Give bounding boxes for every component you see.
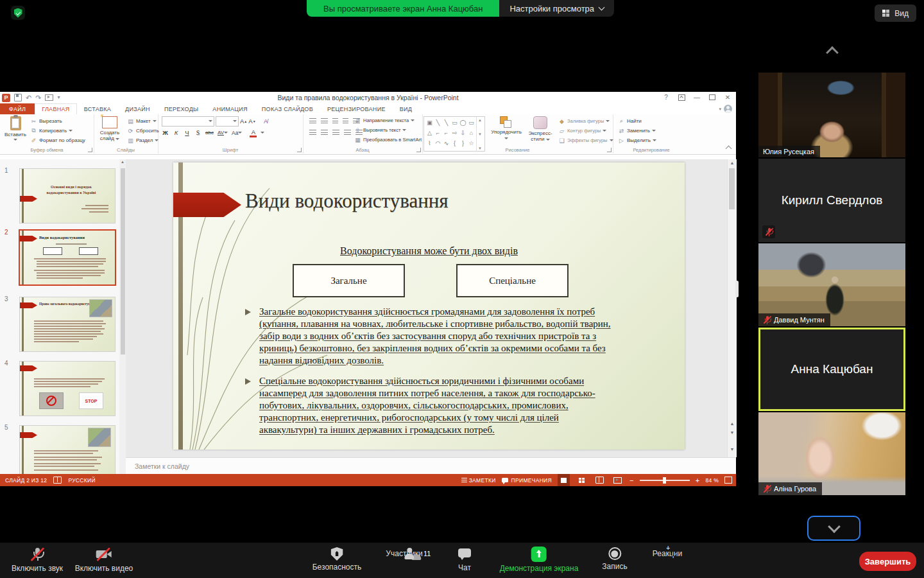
scroll-up-participants-icon[interactable] [823, 45, 841, 58]
bullet-paragraph-1[interactable]: Загальне водокористування здійснюється г… [244, 306, 615, 367]
numbering-icon[interactable] [321, 118, 328, 124]
restore-icon[interactable] [706, 92, 719, 102]
share-screen-button[interactable]: Демонстрация экрана [500, 547, 579, 572]
participant-tile[interactable]: Кирилл Свердлов [758, 159, 905, 242]
participants-button[interactable]: 11 Участники [386, 547, 422, 557]
align-left-icon[interactable] [309, 130, 316, 136]
section-button[interactable]: ▥Раздел [127, 136, 158, 144]
convert-smartart-button[interactable]: ▦Преобразовать в SmartArt [354, 136, 427, 144]
font-size-combo[interactable] [216, 116, 239, 127]
sign-in-avatar[interactable]: ▾ [719, 105, 732, 113]
increase-indent-icon[interactable] [343, 118, 348, 124]
shape-scribble-icon[interactable]: ⌇ [425, 138, 434, 148]
shape-round-rect-icon[interactable]: ▭ [467, 118, 475, 128]
shape-textbox-icon[interactable]: ▣ [425, 118, 434, 128]
slide-subtitle[interactable]: Водокористування може бути двох видів [173, 245, 685, 257]
shape-effects-button[interactable]: ❑Эффекты фигуры [558, 136, 613, 144]
shape-right-arrow-icon[interactable]: ⇨ [450, 128, 459, 138]
shape-curve-icon[interactable]: ∿ [442, 138, 450, 148]
change-case-button[interactable]: Aa [232, 129, 242, 137]
bullets-icon[interactable] [309, 118, 316, 124]
font-color-button[interactable]: А [250, 128, 257, 137]
shape-star-icon[interactable]: ☆ [467, 138, 475, 148]
spellcheck-icon[interactable] [53, 477, 62, 484]
zoom-in-button[interactable]: + [696, 477, 700, 484]
tab-slideshow[interactable]: ПОКАЗ СЛАЙДОВ [255, 103, 320, 114]
shape-line-icon[interactable]: ╲ [434, 118, 442, 128]
collapse-ribbon-icon[interactable] [726, 144, 731, 152]
view-options-dropdown[interactable]: Настройки просмотра [499, 0, 614, 17]
tab-animations[interactable]: АНИМАЦИЯ [205, 103, 255, 114]
clipboard-dialog-launcher[interactable] [88, 148, 92, 152]
tab-file[interactable]: ФАЙЛ [0, 103, 35, 114]
shape-elbow2-icon[interactable]: ⌐ [442, 128, 450, 138]
close-icon[interactable]: ✕ [721, 92, 734, 102]
slide-title[interactable]: Види водокористування [245, 189, 449, 213]
slide-thumbnail-1[interactable]: Основні види і порядок водокористування … [19, 168, 116, 223]
normal-view-button[interactable] [558, 474, 570, 486]
layout-button[interactable]: ▤Макет [127, 117, 157, 125]
scroll-down-participants-button[interactable] [807, 516, 860, 541]
shrink-font-button[interactable]: А▼ [248, 118, 255, 125]
notes-toggle[interactable]: ЗАМЕТКИ [461, 477, 496, 484]
shape-fill-button[interactable]: ◆Заливка фигуры [558, 117, 610, 125]
find-button[interactable]: ⌕Найти [618, 117, 642, 125]
shape-arrow-icon[interactable]: ╲ [442, 118, 450, 128]
text-shadow-button[interactable]: S [194, 129, 201, 137]
drawing-dialog-launcher[interactable] [607, 148, 612, 152]
shapes-scrollbar[interactable]: ▲▼▼ [476, 117, 483, 152]
start-video-button[interactable]: Включить видео [75, 547, 133, 572]
character-spacing-button[interactable]: AV [218, 129, 228, 137]
arrange-button[interactable]: Упорядочить [489, 116, 524, 141]
new-slide-button[interactable]: Создатьслайд [96, 116, 124, 141]
participant-tile-active-speaker[interactable]: Анна Кацюбан [758, 328, 905, 411]
strikethrough-button[interactable]: abc [205, 129, 214, 137]
help-icon[interactable]: ? [660, 92, 672, 102]
shape-oval-icon[interactable]: ◯ [459, 118, 467, 128]
slide-canvas[interactable]: Види водокористування Водокористування м… [173, 162, 685, 450]
justify-icon[interactable] [344, 130, 351, 136]
zoom-level[interactable]: 84 % [705, 477, 719, 484]
slide-thumbnail-4[interactable]: STOP [19, 361, 116, 416]
redo-icon[interactable]: ↷ [35, 94, 41, 101]
shape-arc-icon[interactable]: ◠ [434, 138, 442, 148]
ribbon-display-options-icon[interactable] [675, 92, 688, 102]
reactions-button[interactable]: + Реакции [653, 547, 682, 557]
reset-button[interactable]: ⟳Сбросить [127, 127, 159, 135]
chat-button[interactable]: Чат [458, 547, 472, 572]
security-button[interactable]: Безопасность [312, 547, 362, 571]
slide-scrollbar[interactable]: ▲ ▲ ▼ ▼ [727, 159, 737, 457]
shape-brace-right-icon[interactable]: } [459, 138, 467, 148]
start-slideshow-icon[interactable] [45, 94, 53, 101]
slide-sorter-view-button[interactable] [576, 474, 588, 486]
tab-view[interactable]: ВИД [393, 103, 419, 114]
zoom-out-button[interactable]: − [629, 477, 634, 484]
end-meeting-button[interactable]: Завершить [859, 552, 916, 571]
save-icon[interactable] [14, 94, 22, 101]
select-button[interactable]: ▷Выделить [618, 136, 656, 144]
decrease-indent-icon[interactable] [332, 118, 338, 124]
thumbnail-scrollbar[interactable]: ▲ [119, 159, 126, 474]
text-direction-button[interactable]: ⇵Направление текста [354, 116, 415, 125]
minimize-icon[interactable]: — [690, 92, 703, 102]
italic-button[interactable]: К [173, 129, 180, 137]
tab-review[interactable]: РЕЦЕНЗИРОВАНИЕ [320, 103, 393, 114]
comments-toggle[interactable]: ПРИМЕЧАНИЯ [502, 477, 552, 484]
paragraph-dialog-launcher[interactable] [416, 148, 421, 152]
tab-home[interactable]: ГЛАВНАЯ [35, 103, 76, 114]
bullet-paragraph-2[interactable]: Спеціальне водокористування здійснюється… [244, 375, 615, 436]
grow-font-button[interactable]: А▲ [240, 118, 247, 125]
slide-thumbnail-3[interactable]: Право загального водокористування [19, 297, 116, 352]
unmute-button[interactable]: Включить звук [12, 547, 63, 572]
fit-to-window-icon[interactable] [724, 477, 732, 484]
tab-insert[interactable]: ВСТАВКА [77, 103, 118, 114]
align-text-button[interactable]: ⇳Выровнять текст [354, 126, 406, 134]
bold-button[interactable]: Ж [162, 129, 169, 137]
zoom-slider[interactable] [640, 480, 690, 481]
shape-lshape-icon[interactable]: ⌂ [467, 128, 475, 138]
qat-customize-icon[interactable]: ▾ [57, 94, 60, 101]
view-button[interactable]: Вид [875, 4, 916, 22]
notes-pane[interactable]: Заметки к слайду [126, 457, 736, 474]
tab-design[interactable]: ДИЗАЙН [118, 103, 157, 114]
language-indicator[interactable]: РУССКИЙ [68, 477, 95, 484]
